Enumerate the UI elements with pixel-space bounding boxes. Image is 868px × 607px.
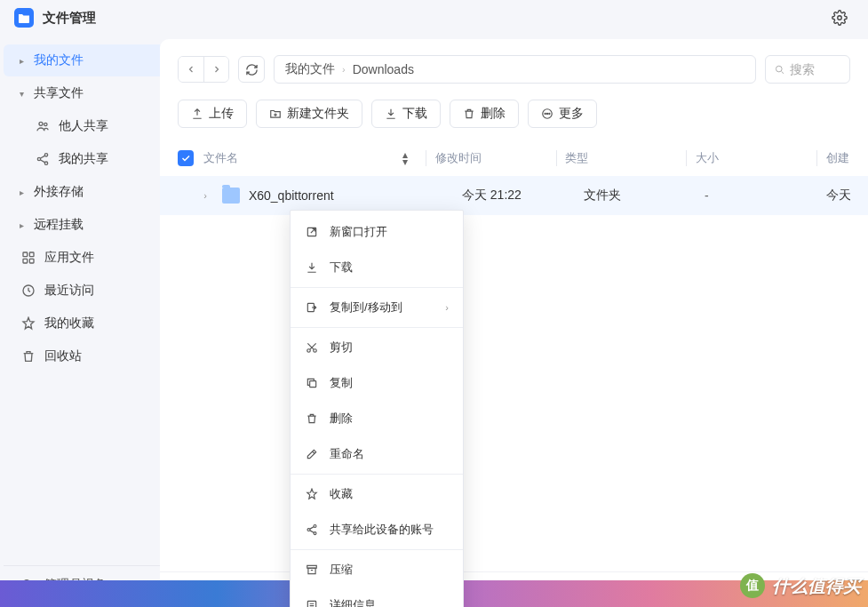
svg-point-15 <box>546 113 547 114</box>
users-icon <box>34 119 52 133</box>
toolbar-actions: 上传 新建文件夹 下载 删除 更多 <box>160 94 868 140</box>
folder-icon <box>222 188 240 204</box>
trash-icon <box>20 349 37 363</box>
table-header: 文件名▴▾ 修改时间 类型 大小 创建 <box>160 140 868 176</box>
column-header-size[interactable]: 大小 <box>696 150 808 166</box>
toolbar-nav: 我的文件 › Downloads <box>160 39 868 94</box>
newfolder-button[interactable]: 新建文件夹 <box>256 100 362 128</box>
copy-icon <box>305 377 319 389</box>
svg-point-12 <box>776 66 782 72</box>
chevron-right-icon: ▸ <box>20 188 30 197</box>
forward-button[interactable] <box>203 57 228 82</box>
chevron-right-icon: ▸ <box>20 220 30 230</box>
menu-separator <box>291 474 463 475</box>
menu-details[interactable]: 详细信息 <box>291 587 463 607</box>
sidebar-item-label: 回收站 <box>44 348 151 364</box>
sidebar-item-favorites[interactable]: 我的收藏 <box>4 307 160 339</box>
menu-compress[interactable]: 压缩 <box>291 552 463 587</box>
app-header: 文件管理 <box>0 0 868 36</box>
svg-point-16 <box>549 113 550 114</box>
star-icon <box>305 488 319 500</box>
folder-plus-icon <box>269 108 282 120</box>
upload-button[interactable]: 上传 <box>178 100 247 128</box>
sidebar-item-shared[interactable]: ▾ 共享文件 <box>4 77 160 109</box>
svg-point-24 <box>314 532 316 535</box>
row-name: X60_qbittorrent <box>249 188 462 203</box>
column-header-modified[interactable]: 修改时间 <box>435 150 547 166</box>
search-box[interactable] <box>765 55 850 84</box>
svg-point-4 <box>37 157 40 160</box>
sidebar-item-external[interactable]: ▸ 外接存储 <box>4 176 160 208</box>
svg-point-2 <box>44 123 47 125</box>
svg-point-1 <box>39 122 43 125</box>
download-button[interactable]: 下载 <box>371 100 441 128</box>
sidebar-item-trash[interactable]: 回收站 <box>4 340 160 372</box>
nav-list: ▸ 我的文件 ▾ 共享文件 他人共享 我的共享 ▸ 外接存储 <box>4 44 160 565</box>
refresh-button[interactable] <box>238 56 265 83</box>
settings-button[interactable] <box>825 4 854 32</box>
menu-share-account[interactable]: 共享给此设备的账号 <box>291 512 463 547</box>
sidebar: ▸ 我的文件 ▾ 共享文件 他人共享 我的共享 ▸ 外接存储 <box>0 36 160 607</box>
select-all-checkbox[interactable] <box>178 150 203 166</box>
more-icon <box>541 108 553 120</box>
sidebar-item-label: 我的收藏 <box>44 315 151 331</box>
external-icon <box>305 226 319 238</box>
sidebar-item-recent[interactable]: 最近访问 <box>4 275 160 307</box>
sidebar-item-remote[interactable]: ▸ 远程挂载 <box>4 209 160 241</box>
sidebar-item-shared-mine[interactable]: 我的共享 <box>4 143 160 175</box>
menu-open-new-window[interactable]: 新窗口打开 <box>291 214 463 250</box>
menu-download[interactable]: 下载 <box>291 250 463 285</box>
chevron-right-icon <box>211 64 222 75</box>
breadcrumb[interactable]: 我的文件 › Downloads <box>274 55 756 84</box>
menu-separator <box>291 549 463 550</box>
nav-arrows <box>178 56 229 83</box>
expand-icon[interactable]: › <box>203 190 215 201</box>
column-header-name[interactable]: 文件名▴▾ <box>203 150 417 166</box>
svg-point-22 <box>314 524 316 527</box>
sidebar-item-shared-others[interactable]: 他人共享 <box>4 110 160 142</box>
watermark-badge: 值 <box>740 573 765 598</box>
menu-copy-move[interactable]: 复制到/移动到› <box>291 290 463 325</box>
table-row[interactable]: › X60_qbittorrent 今天 21:22 文件夹 - 今天 <box>160 176 868 215</box>
delete-button[interactable]: 删除 <box>450 100 519 128</box>
chevron-right-icon: › <box>342 64 346 75</box>
info-icon <box>305 599 319 607</box>
copy-to-icon <box>305 301 319 314</box>
row-size: - <box>705 188 826 203</box>
sidebar-item-label: 应用文件 <box>44 250 151 266</box>
search-input[interactable] <box>790 62 840 76</box>
apps-icon <box>20 251 37 265</box>
menu-separator <box>291 287 463 288</box>
breadcrumb-root[interactable]: 我的文件 <box>285 61 335 77</box>
download-icon <box>305 261 319 274</box>
breadcrumb-current[interactable]: Downloads <box>353 62 414 76</box>
sidebar-item-label: 外接存储 <box>34 184 151 200</box>
column-header-created[interactable]: 创建 <box>826 150 850 166</box>
more-button[interactable]: 更多 <box>528 100 597 128</box>
star-icon <box>20 316 37 331</box>
download-icon <box>385 108 397 120</box>
search-icon <box>775 63 784 76</box>
menu-favorite[interactable]: 收藏 <box>291 476 463 512</box>
app-title: 文件管理 <box>43 10 96 27</box>
sidebar-item-label: 远程挂载 <box>34 217 151 233</box>
row-modified: 今天 21:22 <box>462 188 584 204</box>
sidebar-item-myfiles[interactable]: ▸ 我的文件 <box>4 44 160 76</box>
sort-icon[interactable]: ▴▾ <box>402 151 408 165</box>
share-icon <box>34 152 52 166</box>
svg-rect-8 <box>23 259 28 263</box>
back-button[interactable] <box>179 57 203 82</box>
upload-icon <box>191 108 203 120</box>
svg-point-23 <box>307 529 310 531</box>
column-header-type[interactable]: 类型 <box>565 150 677 166</box>
menu-rename[interactable]: 重命名 <box>291 436 463 472</box>
menu-separator <box>291 327 463 328</box>
svg-rect-21 <box>310 381 316 387</box>
sidebar-item-apps[interactable]: 应用文件 <box>4 242 160 274</box>
row-type: 文件夹 <box>584 188 705 204</box>
sidebar-item-label: 最近访问 <box>44 283 151 299</box>
menu-copy[interactable]: 复制 <box>291 365 463 401</box>
menu-delete[interactable]: 删除 <box>291 401 463 436</box>
menu-cut[interactable]: 剪切 <box>291 330 463 365</box>
svg-rect-7 <box>29 252 34 257</box>
